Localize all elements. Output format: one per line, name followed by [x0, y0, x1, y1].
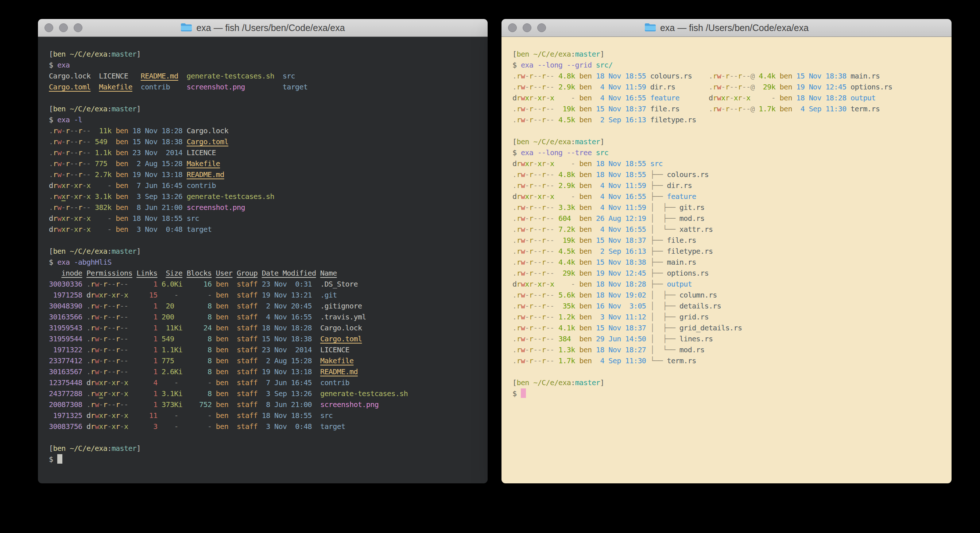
terminal-line: drwxr-xr-x - ben 3 Nov 0:48 target [49, 224, 477, 235]
cursor [57, 454, 62, 464]
terminal-line: .rw-r--r-- 3.3k ben 4 Nov 11:59 │ ├── gi… [512, 202, 940, 213]
terminal-line: drwxr-xr-x - ben 18 Nov 18:28 ├── output [512, 279, 940, 289]
terminal-line: .rw-r--r-- 1.7k ben 4 Sep 11:30 └── term… [512, 355, 940, 366]
terminal-line: .rw-r--r-- 4.8k ben 18 Nov 18:55 colours… [512, 70, 940, 81]
terminal-line: drwxr-xr-x - ben 18 Nov 18:55 src [49, 213, 477, 224]
terminal-line: .rw-r--r-- 775 ben 2 Aug 15:28 Makefile [49, 158, 477, 169]
title-group: exa — fish /Users/ben/Code/exa/exa [644, 22, 808, 33]
cursor [521, 388, 526, 398]
terminal-line: .rw-r--r-- 29k ben 19 Nov 12:45 ├── opti… [512, 268, 940, 279]
terminal-line: .rw-r--r-- 11k ben 18 Nov 18:28 Cargo.lo… [49, 125, 477, 136]
terminal-line: 1971322 .rw-r--r-- 1 1.1Ki 8 ben staff 2… [49, 344, 477, 355]
terminal-line: .rwxr-xr-x 3.1k ben 3 Sep 13:26 generate… [49, 191, 477, 202]
window-title: exa — fish /Users/ben/Code/exa/exa [196, 22, 345, 33]
terminal-line: .rw-r--r-- 382k ben 8 Jun 21:00 screensh… [49, 202, 477, 213]
close-button[interactable] [45, 23, 53, 32]
terminal-line: [ben ~/C/e/exa:master] [512, 377, 940, 388]
terminal-line: [ben ~/C/e/exa:master] [49, 49, 477, 59]
terminal-line: [ben ~/C/e/exa:master] [49, 103, 477, 114]
terminal-line: $ exa --long --grid src/ [512, 59, 940, 70]
terminal-line: .rw-r--r-- 2.9k ben 4 Nov 11:59 ├── dir.… [512, 180, 940, 191]
terminal-line: 23377412 .rw-r--r-- 1 775 8 ben staff 2 … [49, 355, 477, 366]
terminal-line: .rw-r--r-- 384 ben 29 Jun 14:50 │ ├── li… [512, 333, 940, 344]
terminal-line: Cargo.toml Makefile contrib screenshot.p… [49, 81, 477, 93]
terminal-line: $ exa --long --tree src [512, 147, 940, 158]
terminal-line: $ exa -l [49, 114, 477, 125]
terminal-line: .rw-r--r-- 5.6k ben 18 Nov 19:02 │ ├── c… [512, 289, 940, 300]
terminal-line: 30048390 .rw-r--r-- 1 20 8 ben staff 2 N… [49, 300, 477, 311]
terminal-line: drwxr-xr-x - ben 7 Jun 16:45 contrib [49, 180, 477, 191]
terminal-line [49, 432, 477, 443]
zoom-button[interactable] [537, 23, 546, 32]
zoom-button[interactable] [74, 23, 83, 32]
terminal-line: $ exa -abghHliS [49, 257, 477, 268]
terminal-line [49, 235, 477, 246]
terminal-line: .rw-r--r-- 2.9k ben 4 Nov 11:59 dir.rs .… [512, 81, 940, 93]
terminal-line: 31959543 .rw-r--r-- 1 11Ki 24 ben staff … [49, 322, 477, 333]
terminal-line: drwxr-xr-x - ben 4 Nov 16:55 feature drw… [512, 93, 940, 103]
terminal-line: [ben ~/C/e/exa:master] [512, 136, 940, 147]
terminal-line: .rw-r--r-- 4.8k ben 18 Nov 18:55 ├── col… [512, 169, 940, 180]
terminal-line: 30083756 drwxr-xr-x 3 - - ben staff 3 No… [49, 421, 477, 432]
terminal-line: .rw-r--r-- 19k ben 15 Nov 18:37 file.rs … [512, 103, 940, 114]
right-titlebar[interactable]: exa — fish /Users/ben/Code/exa/exa [501, 19, 951, 37]
terminal-line: .rw-r--r-- 4.5k ben 2 Sep 16:13 filetype… [512, 114, 940, 125]
right-terminal-output[interactable]: [ben ~/C/e/exa:master]$ exa --long --gri… [501, 37, 951, 484]
close-button[interactable] [508, 23, 517, 32]
traffic-lights [508, 19, 546, 37]
terminal-line: .rw-r--r-- 7.2k ben 4 Nov 16:55 │ └── xa… [512, 224, 940, 235]
minimize-button[interactable] [523, 23, 531, 32]
terminal-line: 12375448 drwxr-xr-x 4 - - ben staff 7 Ju… [49, 377, 477, 388]
terminal-line: 20087308 .rw-r--r-- 1 373Ki 752 ben staf… [49, 399, 477, 410]
terminal-line [512, 366, 940, 377]
terminal-line: .rw-r--r-- 1.2k ben 3 Nov 11:12 │ ├── gr… [512, 311, 940, 322]
left-terminal-window: exa — fish /Users/ben/Code/exa/exa [ben … [38, 19, 488, 484]
terminal-line: [ben ~/C/e/exa:master] [512, 49, 940, 59]
terminal-line [49, 93, 477, 103]
terminal-line: Cargo.lock LICENCE README.md generate-te… [49, 70, 477, 81]
terminal-line: drwxr-xr-x - ben 18 Nov 18:55 src [512, 158, 940, 169]
terminal-line: 30163567 .rw-r--r-- 1 2.6Ki 8 ben staff … [49, 366, 477, 377]
terminal-line: $ [49, 454, 477, 465]
left-terminal-output[interactable]: [ben ~/C/e/exa:master]$ exaCargo.lock LI… [38, 37, 488, 484]
terminal-line: 24377288 .rwxr-xr-x 1 3.1Ki 8 ben staff … [49, 388, 477, 399]
terminal-line: .rw-r--r-- 4.4k ben 15 Nov 18:38 ├── mai… [512, 257, 940, 268]
folder-icon [181, 22, 192, 33]
terminal-line: .rw-r--r-- 19k ben 15 Nov 18:37 ├── file… [512, 235, 940, 246]
terminal-line: .rw-r--r-- 549 ben 15 Nov 18:38 Cargo.to… [49, 136, 477, 147]
window-title: exa — fish /Users/ben/Code/exa/exa [660, 22, 808, 33]
minimize-button[interactable] [59, 23, 68, 32]
left-titlebar[interactable]: exa — fish /Users/ben/Code/exa/exa [38, 19, 488, 37]
terminal-line: $ exa [49, 59, 477, 70]
terminal-line: .rw-r--r-- 4.5k ben 2 Sep 16:13 ├── file… [512, 246, 940, 257]
terminal-line: inode Permissions Links Size Blocks User… [49, 268, 477, 279]
terminal-line: drwxr-xr-x - ben 4 Nov 16:55 ├── feature [512, 191, 940, 202]
traffic-lights [45, 19, 83, 37]
terminal-line: 30163566 .rw-r--r-- 1 200 8 ben staff 4 … [49, 311, 477, 322]
title-group: exa — fish /Users/ben/Code/exa/exa [181, 22, 345, 33]
terminal-line: .rw-r--r-- 1.1k ben 23 Nov 2014 LICENCE [49, 147, 477, 158]
terminal-line: .rw-r--r-- 1.3k ben 18 Nov 18:27 │ └── m… [512, 344, 940, 355]
right-terminal-window: exa — fish /Users/ben/Code/exa/exa [ben … [501, 19, 951, 484]
terminal-line: .rw-r--r-- 604 ben 26 Aug 12:19 │ ├── mo… [512, 213, 940, 224]
terminal-line [512, 125, 940, 136]
terminal-line: $ [512, 388, 940, 399]
terminal-line: 1971325 drwxr-xr-x 11 - - ben staff 18 N… [49, 410, 477, 421]
terminal-line: 1971258 drwxr-xr-x 15 - - ben staff 19 N… [49, 289, 477, 300]
terminal-line: 30030336 .rw-r--r-- 1 6.0Ki 16 ben staff… [49, 279, 477, 289]
terminal-line: [ben ~/C/e/exa:master] [49, 246, 477, 257]
terminal-line: [ben ~/C/e/exa:master] [49, 443, 477, 454]
terminal-line: .rw-r--r-- 35k ben 16 Nov 3:05 │ ├── det… [512, 300, 940, 311]
terminal-line: .rw-r--r-- 2.7k ben 19 Nov 13:18 README.… [49, 169, 477, 180]
terminal-line: .rw-r--r-- 4.1k ben 15 Nov 18:37 │ ├── g… [512, 322, 940, 333]
terminal-line: 31959544 .rw-r--r-- 1 549 8 ben staff 15… [49, 333, 477, 344]
folder-icon [644, 22, 656, 33]
